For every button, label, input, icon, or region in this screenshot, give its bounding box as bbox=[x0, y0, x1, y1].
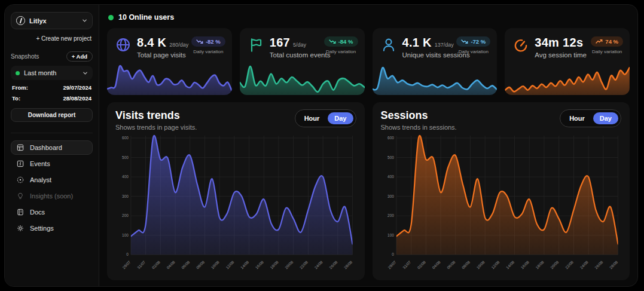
add-snapshot-button[interactable]: + Add bbox=[66, 51, 93, 62]
svg-text:06/08: 06/08 bbox=[181, 260, 191, 270]
svg-text:500: 500 bbox=[122, 155, 129, 160]
panel-title: Visits trends bbox=[115, 109, 197, 122]
svg-text:26/08: 26/08 bbox=[594, 260, 604, 270]
stat-cards-row: 8.4 K 280/day Total page visits -82 % Da… bbox=[107, 28, 630, 95]
sidebar-item-insights[interactable]: Insights (soon) bbox=[11, 189, 93, 203]
sidebar-item-analyst[interactable]: Analyst bbox=[11, 173, 93, 187]
svg-text:14/08: 14/08 bbox=[505, 260, 515, 270]
svg-text:200: 200 bbox=[122, 213, 129, 218]
sidebar-item-settings[interactable]: Settings bbox=[11, 221, 93, 235]
to-label: To: bbox=[12, 95, 20, 102]
toggle-day-button[interactable]: Day bbox=[328, 112, 353, 124]
svg-text:400: 400 bbox=[387, 174, 394, 179]
svg-text:100: 100 bbox=[122, 233, 129, 237]
online-users-status: 10 Online users bbox=[107, 10, 630, 28]
variation-caption: Daily variation bbox=[324, 49, 358, 54]
stat-rate: 137/day bbox=[435, 42, 454, 48]
svg-text:100: 100 bbox=[387, 233, 394, 237]
snapshot-select[interactable]: Last month bbox=[11, 66, 93, 80]
avg-session-sparkline bbox=[505, 64, 630, 95]
project-selector[interactable]: Litlyx bbox=[11, 12, 93, 29]
toggle-day-button[interactable]: Day bbox=[593, 112, 618, 124]
snapshot-status-dot bbox=[16, 71, 20, 75]
svg-text:04/08: 04/08 bbox=[166, 260, 176, 270]
svg-text:0: 0 bbox=[126, 252, 129, 256]
stat-value: 4.1 K bbox=[402, 36, 432, 50]
sidebar-item-label: Analyst bbox=[30, 176, 51, 183]
svg-text:200: 200 bbox=[387, 213, 394, 218]
svg-text:20/08: 20/08 bbox=[549, 260, 559, 270]
svg-text:10/08: 10/08 bbox=[475, 260, 486, 270]
dashboard-icon bbox=[16, 143, 25, 152]
svg-text:14/08: 14/08 bbox=[240, 260, 250, 270]
sidebar: Litlyx + Create new project Snapshots + … bbox=[5, 5, 99, 286]
svg-text:28/08: 28/08 bbox=[608, 260, 618, 270]
sidebar-item-events[interactable]: Events bbox=[11, 157, 93, 171]
svg-text:600: 600 bbox=[387, 136, 394, 140]
sidebar-item-docs[interactable]: Docs bbox=[11, 205, 93, 219]
flag-icon bbox=[248, 36, 264, 53]
globe-icon bbox=[115, 36, 132, 53]
litlyx-logo-icon bbox=[16, 16, 25, 25]
visits-trends-chart: 29/0731/0702/0804/0806/0808/0810/0812/08… bbox=[115, 133, 356, 275]
stat-label: Unique visits sessions bbox=[402, 51, 451, 59]
svg-text:300: 300 bbox=[122, 194, 129, 198]
svg-text:24/08: 24/08 bbox=[313, 260, 323, 270]
gear-icon bbox=[16, 224, 25, 232]
from-date-value: 29/07/2024 bbox=[63, 84, 91, 91]
svg-text:300: 300 bbox=[387, 194, 394, 198]
variation-badge: -72 % bbox=[456, 36, 490, 47]
svg-text:10/08: 10/08 bbox=[210, 260, 220, 270]
toggle-hour-button[interactable]: Hour bbox=[298, 112, 326, 124]
card-total-custom-events: 167 5/day Total custom events -84 % Dail… bbox=[240, 28, 365, 95]
sidebar-item-dashboard[interactable]: Dashboard bbox=[11, 140, 93, 155]
variation-badge: 74 % bbox=[591, 36, 623, 47]
download-report-button[interactable]: Download report bbox=[11, 108, 93, 122]
create-new-project-link[interactable]: + Create new project bbox=[12, 35, 91, 42]
svg-text:0: 0 bbox=[392, 252, 394, 256]
svg-text:31/07: 31/07 bbox=[136, 260, 146, 270]
online-status-dot bbox=[108, 15, 114, 20]
stat-label: Avg session time bbox=[535, 51, 585, 59]
stat-label: Total custom events bbox=[270, 51, 319, 59]
toggle-hour-button[interactable]: Hour bbox=[563, 112, 591, 124]
svg-text:06/08: 06/08 bbox=[446, 260, 456, 270]
sessions-panel: Sessions Shows trends in sessions. Hour … bbox=[373, 102, 630, 280]
from-label: From: bbox=[12, 84, 28, 91]
variation-badge: -84 % bbox=[324, 36, 358, 47]
svg-text:18/08: 18/08 bbox=[269, 260, 279, 270]
panel-subtitle: Shows trends in page visits. bbox=[115, 124, 197, 131]
variation-caption: Daily variation bbox=[456, 49, 490, 54]
sessions-chart: 29/0731/0702/0804/0806/0808/0810/0812/08… bbox=[381, 133, 622, 275]
card-total-page-visits: 8.4 K 280/day Total page visits -82 % Da… bbox=[107, 28, 232, 95]
svg-text:12/08: 12/08 bbox=[490, 260, 500, 270]
lightbulb-icon bbox=[16, 192, 25, 200]
custom-events-sparkline bbox=[240, 64, 365, 95]
card-avg-session-time: 34m 12s Avg session time 74 % Daily vari… bbox=[505, 28, 630, 95]
stat-label: Total page visits bbox=[137, 51, 186, 59]
sessions-sparkline bbox=[373, 64, 498, 95]
chevron-down-icon bbox=[83, 71, 88, 76]
sidebar-item-label: Dashboard bbox=[30, 144, 62, 151]
svg-text:28/08: 28/08 bbox=[343, 260, 353, 270]
stat-value: 167 bbox=[270, 36, 290, 50]
analyst-icon bbox=[16, 176, 25, 184]
project-name: Litlyx bbox=[29, 17, 78, 24]
svg-text:16/08: 16/08 bbox=[255, 260, 265, 270]
sidebar-item-label: Events bbox=[30, 160, 50, 167]
svg-text:16/08: 16/08 bbox=[520, 260, 530, 270]
variation-caption: Daily variation bbox=[191, 49, 225, 54]
hour-day-toggle: Hour Day bbox=[560, 109, 621, 127]
svg-text:600: 600 bbox=[122, 136, 129, 140]
svg-text:08/08: 08/08 bbox=[460, 260, 471, 270]
panel-subtitle: Shows trends in sessions. bbox=[381, 124, 457, 131]
svg-text:02/08: 02/08 bbox=[151, 260, 161, 270]
stat-rate: 280/day bbox=[169, 42, 188, 48]
online-users-text: 10 Online users bbox=[118, 13, 174, 22]
user-icon bbox=[380, 36, 397, 53]
svg-text:04/08: 04/08 bbox=[431, 260, 441, 270]
variation-value: -82 % bbox=[206, 38, 221, 45]
app-window: Litlyx + Create new project Snapshots + … bbox=[4, 4, 638, 287]
variation-caption: Daily variation bbox=[591, 49, 623, 54]
chart-panels-row: Visits trends Shows trends in page visit… bbox=[107, 102, 630, 280]
